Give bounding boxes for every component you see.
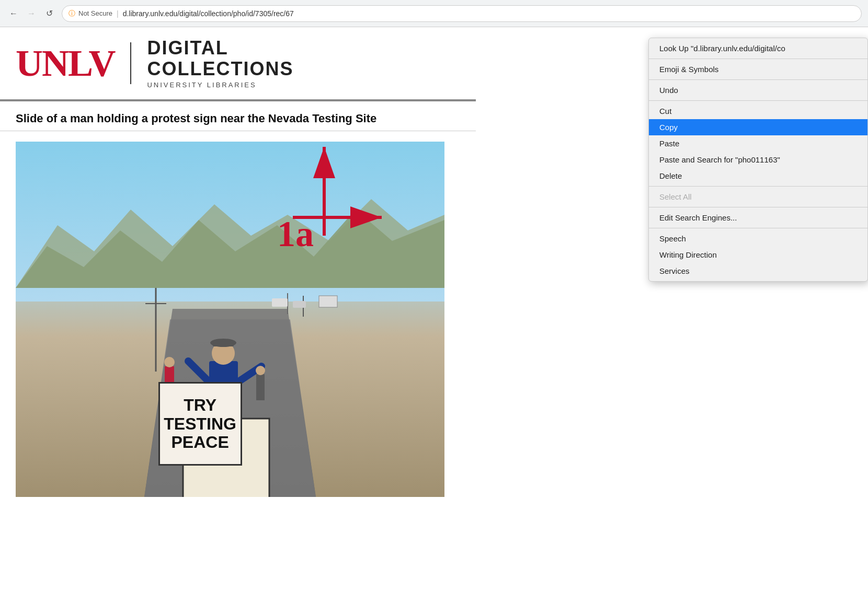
address-bar[interactable]: ⓘ Not Secure | d.library.unlv.edu/digita… xyxy=(62,5,862,22)
menu-separator-4 xyxy=(649,186,867,187)
menu-item-edit-search[interactable]: Edit Search Engines... xyxy=(649,210,867,226)
header-divider xyxy=(130,42,131,84)
unlv-logo: UNLV xyxy=(16,44,115,82)
menu-separator-3 xyxy=(649,100,867,101)
menu-item-select-all: Select All xyxy=(649,189,867,205)
menu-item-writing-direction[interactable]: Writing Direction xyxy=(649,247,867,263)
menu-item-emoji[interactable]: Emoji & Symbols xyxy=(649,61,867,77)
sign-line2: TESTING xyxy=(164,415,236,433)
page-content: UNLV DIGITAL COLLECTIONS UNIVERSITY LIBR… xyxy=(0,27,868,614)
security-label: Not Secure xyxy=(78,9,112,17)
menu-separator-6 xyxy=(649,228,867,228)
url-text: d.library.unlv.edu/digital/collection/ph… xyxy=(123,9,294,18)
browser-chrome: ← → ↺ ⓘ Not Secure | d.library.unlv.edu/… xyxy=(0,0,868,27)
digital-text: DIGITAL xyxy=(147,38,293,59)
svg-rect-7 xyxy=(272,298,288,307)
back-button[interactable]: ← xyxy=(6,6,21,21)
security-icon: ⓘ xyxy=(68,9,75,18)
svg-rect-12 xyxy=(213,340,234,346)
menu-item-speech[interactable]: Speech xyxy=(649,230,867,247)
svg-rect-8 xyxy=(293,301,306,308)
menu-separator-5 xyxy=(649,207,867,207)
page-title: Slide of a man holding a protest sign ne… xyxy=(16,112,460,125)
menu-item-copy[interactable]: Copy xyxy=(649,119,867,135)
university-text: UNIVERSITY LIBRARIES xyxy=(147,81,293,89)
menu-item-paste-search[interactable]: Paste and Search for "pho011163" xyxy=(649,152,867,168)
separator: | xyxy=(117,9,119,18)
protest-photo: TRY TESTING PEACE xyxy=(16,142,444,497)
menu-separator-1 xyxy=(649,59,867,59)
sign-line3: PEACE xyxy=(171,433,229,451)
page-title-section: Slide of a man holding a protest sign ne… xyxy=(0,101,476,131)
context-menu: Look Up "d.library.unlv.edu/digital/co E… xyxy=(648,38,868,282)
menu-item-cut[interactable]: Cut xyxy=(649,103,867,119)
menu-item-paste[interactable]: Paste xyxy=(649,135,867,152)
site-header: UNLV DIGITAL COLLECTIONS UNIVERSITY LIBR… xyxy=(0,27,476,101)
photo-area: TRY TESTING PEACE xyxy=(0,131,476,507)
protest-sign: TRY TESTING PEACE xyxy=(158,382,242,466)
nav-buttons: ← → ↺ xyxy=(6,6,56,21)
menu-item-undo[interactable]: Undo xyxy=(649,82,867,98)
forward-button[interactable]: → xyxy=(24,6,39,21)
menu-item-lookup[interactable]: Look Up "d.library.unlv.edu/digital/co xyxy=(649,40,867,56)
digital-collections-brand: DIGITAL COLLECTIONS UNIVERSITY LIBRARIES xyxy=(147,38,293,89)
menu-item-services[interactable]: Services xyxy=(649,263,867,279)
menu-item-delete[interactable]: Delete xyxy=(649,168,867,184)
collections-text: COLLECTIONS xyxy=(147,59,293,79)
menu-separator-2 xyxy=(649,79,867,80)
reload-button[interactable]: ↺ xyxy=(42,6,56,21)
sign-line1: TRY xyxy=(184,396,216,414)
